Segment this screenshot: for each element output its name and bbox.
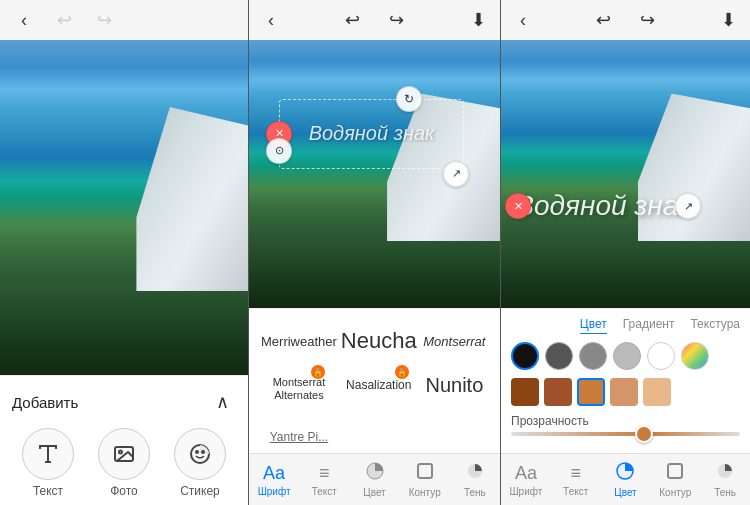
opacity-label: Прозрачность <box>511 414 589 428</box>
beach-scene-1 <box>0 40 248 375</box>
swatch-dark-gray[interactable] <box>545 342 573 370</box>
panel-3: ‹ ↩ ↪ ⬇ Водяной знак ↗ ✕ Цвет Градиент Т… <box>500 0 750 505</box>
svg-point-1 <box>119 451 122 454</box>
panel3-tab-bar: Aa Шрифт ≡ Текст Цвет Контур Тень <box>501 453 750 505</box>
watermark-dashed-box: Водяной знак <box>279 99 464 169</box>
brown-swatch-4[interactable] <box>610 378 638 406</box>
watermark-text-3: Водяной знак <box>515 190 691 221</box>
panel2-redo-button[interactable]: ↪ <box>383 6 411 34</box>
panel2-watermark-container[interactable]: Водяной знак ↻ ✕ ↗ ⊙ <box>279 99 464 174</box>
color-tab-label-2: Цвет <box>363 487 385 498</box>
panel2-image-area: Водяной знак ↻ ✕ ↗ ⊙ <box>249 40 500 308</box>
brown-swatches-row <box>511 378 740 406</box>
outline-tab-label-3: Контур <box>659 487 691 498</box>
tab-gradient[interactable]: Градиент <box>623 317 675 334</box>
panel3-watermark-container[interactable]: Водяной знак ↗ ✕ <box>513 190 693 222</box>
panel3-back-button[interactable]: ‹ <box>509 6 537 34</box>
panel2-font-panel: Merriweather Neucha Montserrat Montserra… <box>249 308 500 453</box>
brown-swatch-5[interactable] <box>643 378 671 406</box>
panel1-image-area <box>0 40 248 375</box>
swatch-white[interactable] <box>647 342 675 370</box>
text-tab-label: Текст <box>312 486 337 497</box>
tab2-font[interactable]: Aa Шрифт <box>249 454 299 505</box>
panel1-toolbar: ‹ ↩ ↪ <box>0 0 248 40</box>
tab2-shadow[interactable]: Тень <box>450 454 500 505</box>
panel3-download-button[interactable]: ⬇ <box>714 6 742 34</box>
font-tab-icon: Aa <box>263 463 285 484</box>
panel1-redo-button[interactable]: ↪ <box>90 6 118 34</box>
font-nasalization[interactable]: Nasalization 🔒 <box>341 367 417 403</box>
opacity-thumb[interactable] <box>635 425 653 443</box>
font-tab-label: Шрифт <box>258 486 291 497</box>
svg-point-3 <box>196 451 198 453</box>
watermark-text-2: Водяной знак <box>309 122 435 145</box>
swatch-mid-gray[interactable] <box>579 342 607 370</box>
panel1-back-button[interactable]: ‹ <box>10 6 38 34</box>
font-montserrat[interactable]: Montserrat <box>421 323 488 359</box>
tab2-outline[interactable]: Контур <box>400 454 450 505</box>
watermark-scale-control[interactable]: ↗ <box>443 161 469 187</box>
font-tab-icon-3: Aa <box>515 463 537 484</box>
color-tab-icon-2 <box>366 462 384 485</box>
panel3-toolbar: ‹ ↩ ↪ ⬇ <box>501 0 750 40</box>
panel-1: ‹ ↩ ↪ Добавить ∧ Текст <box>0 0 248 505</box>
font-badge-2: 🔒 <box>395 365 409 379</box>
watermark-rotate-control[interactable]: ↻ <box>396 86 422 112</box>
shadow-tab-label-2: Тень <box>464 487 486 498</box>
outline-tab-icon-2 <box>416 462 434 485</box>
brown-swatch-2[interactable] <box>544 378 572 406</box>
beach-scene-2: Водяной знак ↻ ✕ ↗ ⊙ <box>249 40 500 308</box>
text-tab-label-3: Текст <box>563 486 588 497</box>
font-more[interactable]: Yantre Pi... <box>261 419 337 453</box>
panel1-sticker-label: Стикер <box>180 484 220 498</box>
tab-color[interactable]: Цвет <box>580 317 607 334</box>
opacity-slider[interactable] <box>511 432 740 436</box>
tab3-text[interactable]: ≡ Текст <box>551 454 601 505</box>
tab3-shadow[interactable]: Тень <box>700 454 750 505</box>
outline-tab-label-2: Контур <box>409 487 441 498</box>
swatch-rainbow[interactable] <box>681 342 709 370</box>
watermark-anchor-control[interactable]: ⊙ <box>266 138 292 164</box>
panel3-undo-button[interactable]: ↩ <box>590 6 618 34</box>
swatch-light-gray[interactable] <box>613 342 641 370</box>
panel3-color-panel: Цвет Градиент Текстура Прозрачность <box>501 308 750 453</box>
shadow-tab-icon-2 <box>466 462 484 485</box>
panel3-image-area: Водяной знак ↗ ✕ <box>501 40 750 308</box>
text-icon <box>22 428 74 480</box>
panel1-photo-action[interactable]: Фото <box>98 428 150 498</box>
font-montserrat-alt[interactable]: MontserratAlternates 🔒 <box>261 367 337 411</box>
color-tab-icon-3 <box>616 462 634 485</box>
panel2-undo-button[interactable]: ↩ <box>339 6 367 34</box>
svg-point-4 <box>202 451 204 453</box>
text-tab-icon: ≡ <box>319 463 330 484</box>
panel2-tab-bar: Aa Шрифт ≡ Текст Цвет Контур Тень <box>249 453 500 505</box>
tab3-outline[interactable]: Контур <box>650 454 700 505</box>
swatch-black[interactable] <box>511 342 539 370</box>
panel1-sticker-action[interactable]: Стикер <box>174 428 226 498</box>
svg-rect-9 <box>668 464 682 478</box>
panel1-bottom-header: Добавить ∧ <box>8 388 240 424</box>
panel1-bottom-panel: Добавить ∧ Текст <box>0 375 248 505</box>
panel2-download-button[interactable]: ⬇ <box>464 6 492 34</box>
font-neucha[interactable]: Neucha <box>341 323 417 359</box>
brown-swatch-1[interactable] <box>511 378 539 406</box>
color-type-tabs: Цвет Градиент Текстура <box>511 317 740 334</box>
tab3-font[interactable]: Aa Шрифт <box>501 454 551 505</box>
font-merriweather[interactable]: Merriweather <box>261 323 337 359</box>
outline-tab-icon-3 <box>666 462 684 485</box>
opacity-row: Прозрачность <box>511 414 740 428</box>
panel1-text-action[interactable]: Текст <box>22 428 74 498</box>
panel3-scale-control[interactable]: ↗ <box>675 193 701 219</box>
panel1-collapse-button[interactable]: ∧ <box>208 388 236 416</box>
tab2-color[interactable]: Цвет <box>349 454 399 505</box>
panel3-delete-control[interactable]: ✕ <box>505 193 531 219</box>
panel1-undo-button[interactable]: ↩ <box>50 6 78 34</box>
font-nunito[interactable]: Nunito <box>421 367 488 403</box>
tab2-text[interactable]: ≡ Текст <box>299 454 349 505</box>
photo-icon <box>98 428 150 480</box>
tab3-color[interactable]: Цвет <box>601 454 651 505</box>
tab-texture[interactable]: Текстура <box>690 317 740 334</box>
brown-swatch-3[interactable] <box>577 378 605 406</box>
panel2-back-button[interactable]: ‹ <box>257 6 285 34</box>
panel3-redo-button[interactable]: ↪ <box>634 6 662 34</box>
